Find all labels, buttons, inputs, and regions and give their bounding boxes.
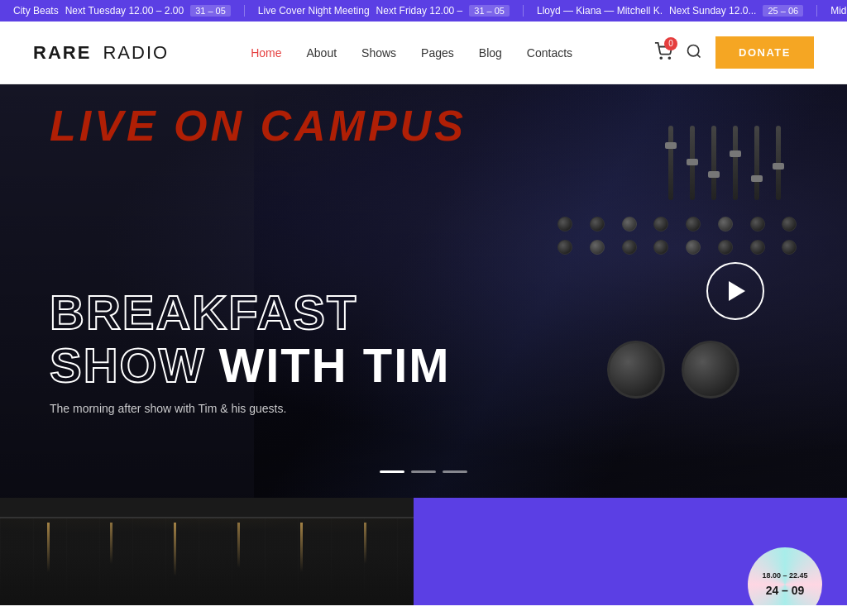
hero-title-show: SHOW (50, 339, 205, 392)
nav-shows[interactable]: Shows (361, 46, 396, 60)
logo-radio: RADIO (103, 42, 169, 63)
event-badge: 18.00 – 22.45 24 – 09 (748, 547, 822, 605)
badge-time: 18.00 – 22.45 (762, 571, 807, 581)
slide-dot-2[interactable] (411, 470, 436, 473)
play-button[interactable] (706, 262, 764, 320)
slide-indicators (380, 470, 467, 473)
ticker-title-2: Live Cover Night Meeting (258, 5, 370, 17)
header-actions: 0 DONATE (654, 36, 814, 69)
logo-rare: RARE (33, 42, 91, 63)
nav-about[interactable]: About (306, 46, 337, 60)
slide-dot-1[interactable] (380, 470, 404, 473)
logo[interactable]: RARE RADIO (33, 42, 169, 64)
ticker-title-1: City Beats (13, 5, 59, 17)
svg-point-0 (660, 57, 662, 59)
svg-point-2 (688, 45, 699, 55)
ticker-item-2: Live Cover Night Meeting Next Friday 12.… (245, 5, 524, 17)
play-icon (729, 281, 745, 301)
hero-section: LIVE ON CAMPUS BREAKFAST SHOW WITH TIM T… (0, 84, 847, 498)
bottom-image-left (0, 498, 414, 605)
nav-home[interactable]: Home (251, 46, 281, 60)
ticker-time-2: Next Friday 12.00 – (376, 5, 463, 17)
donate-button[interactable]: DONATE (715, 36, 814, 69)
badge-date: 24 – 09 (766, 583, 805, 598)
main-nav: Home About Shows Pages Blog Contacts (251, 46, 572, 60)
ticker-date-2: 31 – 05 (469, 5, 510, 17)
nav-pages[interactable]: Pages (421, 46, 454, 60)
cart-button[interactable]: 0 (654, 42, 672, 64)
ticker-time-3: Next Sunday 12.0... (669, 5, 756, 17)
ticker-item-3: Lloyd — Kiana — Mitchell K. Next Sunday … (524, 5, 817, 17)
ticker-bar: City Beats Next Tuesday 12.00 – 2.00 31 … (0, 0, 847, 21)
slide-dot-3[interactable] (443, 470, 467, 473)
svg-line-3 (697, 54, 701, 57)
nav-contacts[interactable]: Contacts (527, 46, 572, 60)
hero-title-line1: BREAKFAST (50, 286, 451, 339)
ticker-date-3: 25 – 06 (763, 5, 803, 17)
hero-content: BREAKFAST SHOW WITH TIM The morning afte… (50, 286, 451, 415)
bottom-purple-section: 18.00 – 22.45 24 – 09 (414, 498, 847, 605)
svg-point-1 (668, 57, 670, 59)
ticker-time-1: Next Tuesday 12.00 – 2.00 (65, 5, 184, 17)
ticker-date-1: 31 – 05 (190, 5, 231, 17)
ticker-title-4: Midday (830, 5, 847, 17)
cart-badge: 0 (664, 37, 677, 50)
ticker-item-1: City Beats Next Tuesday 12.00 – 2.00 31 … (0, 5, 245, 17)
nav-blog[interactable]: Blog (479, 46, 502, 60)
hero-title-with-tim: WITH TIM (218, 339, 450, 392)
header: RARE RADIO Home About Shows Pages Blog C… (0, 21, 847, 84)
bottom-section: 18.00 – 22.45 24 – 09 (0, 498, 847, 605)
ticker-item-4: Midday (817, 5, 847, 17)
search-button[interactable] (686, 43, 702, 63)
ticker-title-3: Lloyd — Kiana — Mitchell K. (537, 5, 663, 17)
hero-subtitle: The morning after show with Tim & his gu… (50, 402, 451, 415)
